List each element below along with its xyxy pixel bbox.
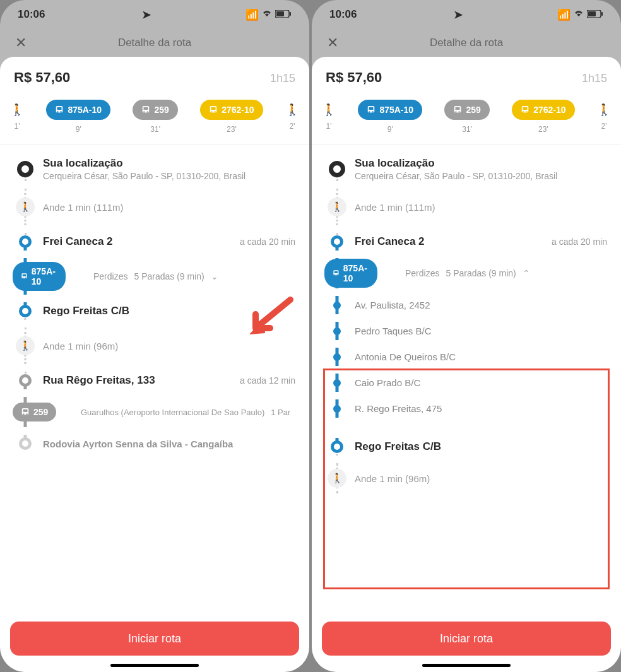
svg-point-33 xyxy=(459,111,461,113)
stop-node-icon xyxy=(19,235,32,248)
substop-row: Av. Paulista, 2452 xyxy=(312,292,621,318)
stop-title: Rua Rêgo Freitas, 133 xyxy=(43,374,240,387)
leg-bus-3[interactable]: 2762-10 23' xyxy=(512,100,574,134)
stop-title: Rodovia Ayrton Senna da Silva - Cangaíba xyxy=(43,439,295,449)
leg-bus-1[interactable]: 875A-10 9' xyxy=(46,100,110,134)
svg-point-17 xyxy=(22,278,23,279)
status-time: 10:06 xyxy=(329,8,357,21)
leg-time: 31' xyxy=(150,125,160,134)
stop-title: Frei Caneca 2 xyxy=(43,235,240,248)
svg-rect-31 xyxy=(456,107,460,110)
itinerary[interactable]: Sua localização Cerqueira César, São Pau… xyxy=(0,144,309,672)
svg-point-28 xyxy=(369,111,370,113)
walk-icon: 🚶 xyxy=(328,197,346,216)
origin-row: Sua localização Cerqueira César, São Pau… xyxy=(0,153,309,185)
line-dest: Perdizes xyxy=(93,271,127,281)
bus-pill-875a: 875A-10 xyxy=(324,259,377,288)
bus-pill-259: 259 xyxy=(13,403,56,421)
stop-frei-caneca[interactable]: Frei Caneca 2 a cada 20 min xyxy=(0,229,309,254)
svg-rect-27 xyxy=(369,107,374,110)
stop-node-icon xyxy=(19,374,32,387)
signal-icon: 📶 xyxy=(557,8,571,21)
sheet: R$ 57,60 1h15 🚶 1' 875A-10 9' 259 31' xyxy=(312,57,621,672)
walk-icon: 🚶 xyxy=(597,103,611,117)
status-right: 📶 xyxy=(245,8,292,21)
svg-point-22 xyxy=(26,413,28,415)
stop-node-icon xyxy=(19,305,32,317)
frequency: a cada 20 min xyxy=(240,237,295,247)
bus-icon xyxy=(21,408,30,416)
close-icon[interactable]: ✕ xyxy=(15,35,27,51)
stop-frei-caneca[interactable]: Frei Caneca 2 a cada 20 min xyxy=(312,229,621,254)
leg-bus-1[interactable]: 875A-10 9' xyxy=(358,100,422,134)
walk-text: Ande 1 min (96m) xyxy=(355,473,607,484)
stop-node-icon xyxy=(331,235,343,248)
walk-row-2: 🚶 Ande 1 min (96m) xyxy=(312,459,621,497)
home-indicator[interactable] xyxy=(422,664,511,667)
stop-rua-rego-133[interactable]: Rua Rêgo Freitas, 133 a cada 12 min xyxy=(0,368,309,393)
substop-node-icon xyxy=(333,405,341,413)
stops-count: 5 Paradas (9 min) xyxy=(446,268,516,278)
battery-icon xyxy=(587,8,603,21)
chevron-down-icon[interactable]: ⌄ xyxy=(211,271,218,281)
price: R$ 57,60 xyxy=(14,69,70,86)
leg-walk-1: 🚶 1' xyxy=(10,103,24,131)
stop-rego-freitas[interactable]: Rego Freitas C/B xyxy=(312,434,621,459)
leg-bus-2[interactable]: 259 31' xyxy=(444,100,489,134)
svg-point-37 xyxy=(526,111,528,113)
price: R$ 57,60 xyxy=(326,69,382,86)
svg-rect-8 xyxy=(144,107,148,110)
leg-time: 31' xyxy=(462,125,472,134)
home-indicator[interactable] xyxy=(110,664,199,667)
leg-time: 1' xyxy=(326,122,332,131)
status-bar: 10:06 ➤ 📶 xyxy=(0,0,309,29)
walk-icon: 🚶 xyxy=(285,103,299,117)
phone-right: 10:06 ➤ 📶 ✕ Detalhe da rota R$ 57,60 1h1… xyxy=(312,0,621,672)
substop-node-icon xyxy=(333,353,341,361)
close-icon[interactable]: ✕ xyxy=(327,35,338,51)
wifi-icon xyxy=(573,8,584,21)
line-875a-row[interactable]: 875A-10 Perdizes 5 Paradas (9 min) ⌄ xyxy=(0,254,309,298)
svg-rect-2 xyxy=(290,12,291,16)
bus-icon xyxy=(333,269,340,278)
start-route-button[interactable]: Iniciar rota xyxy=(10,622,299,656)
leg-time: 23' xyxy=(227,125,237,134)
leg-time: 9' xyxy=(387,125,393,134)
svg-point-21 xyxy=(23,413,25,415)
page-title: Detalhe da rota xyxy=(430,37,503,49)
leg-time: 2' xyxy=(289,122,295,131)
walk-icon: 🚶 xyxy=(328,469,346,488)
origin-title: Sua localização xyxy=(355,157,607,170)
leg-walk-2: 🚶 2' xyxy=(597,103,611,131)
bus-pill-259: 259 xyxy=(444,100,489,120)
bus-icon xyxy=(453,105,462,114)
line-259-row[interactable]: 259 Guarulhos (Aeroporto Internacional D… xyxy=(0,393,309,431)
leg-walk-2: 🚶 2' xyxy=(285,103,299,131)
origin-node-icon xyxy=(329,161,345,177)
modal-header: ✕ Detalhe da rota xyxy=(0,29,309,57)
walk-row: 🚶 Ande 1 min (111m) xyxy=(312,185,621,229)
svg-rect-20 xyxy=(23,410,28,412)
stop-node-icon xyxy=(331,440,343,453)
walk-text: Ande 1 min (111m) xyxy=(355,202,607,213)
legs-bar[interactable]: 🚶 1' 875A-10 9' 259 31' 2 xyxy=(312,93,621,138)
leg-time: 2' xyxy=(601,122,606,131)
itinerary[interactable]: Sua localização Cerqueira César, São Pau… xyxy=(312,144,621,672)
substop-node-icon xyxy=(333,327,341,335)
arrow-annotation xyxy=(246,297,297,343)
bus-pill-2762: 2762-10 xyxy=(512,100,574,120)
svg-point-32 xyxy=(456,111,458,113)
stop-ayrton-senna[interactable]: Rodovia Ayrton Senna da Silva - Cangaíba xyxy=(0,431,309,456)
leg-bus-3[interactable]: 2762-10 23' xyxy=(200,100,263,134)
origin-sub: Cerqueira César, São Paulo - SP, 01310-2… xyxy=(355,171,607,181)
svg-rect-4 xyxy=(57,107,62,110)
summary-header: R$ 57,60 1h15 xyxy=(312,57,621,93)
legs-bar[interactable]: 🚶 1' 875A-10 9' 259 31' 2 xyxy=(0,93,309,138)
leg-bus-2[interactable]: 259 31' xyxy=(133,100,177,134)
line-875a-row[interactable]: 875A-10 Perdizes 5 Paradas (9 min) ⌃ xyxy=(312,254,621,292)
status-right: 📶 xyxy=(557,8,603,21)
start-route-button[interactable]: Iniciar rota xyxy=(322,622,611,656)
bus-pill-2762: 2762-10 xyxy=(200,100,263,120)
chevron-up-icon[interactable]: ⌃ xyxy=(523,268,530,278)
bus-icon xyxy=(521,105,529,114)
